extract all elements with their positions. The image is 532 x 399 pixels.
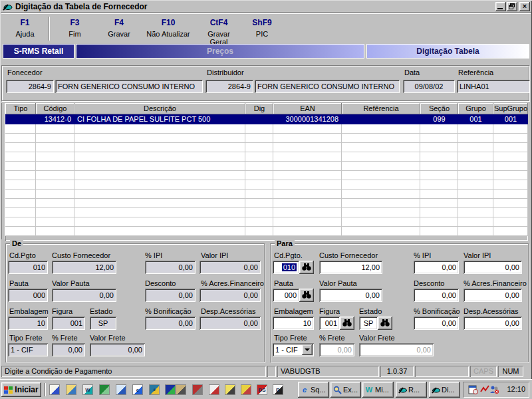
grid-empty-cell xyxy=(493,152,528,162)
mail-sync-icon[interactable] xyxy=(116,384,126,395)
internet-explorer-icon[interactable]: e xyxy=(132,384,143,395)
internet-explorer-icon: e xyxy=(300,385,309,394)
grid-empty-cell xyxy=(342,162,420,171)
close-button[interactable]: × xyxy=(519,2,530,11)
grid-empty-cell xyxy=(458,171,493,180)
grid-empty-row[interactable] xyxy=(5,143,528,152)
para-pauta-field[interactable]: 000 xyxy=(273,289,299,302)
grid-empty-cell xyxy=(36,190,74,199)
status-program: VABUDGTB xyxy=(277,366,379,377)
para-cd-pgto-search-button[interactable] xyxy=(299,261,314,274)
toolbar-item-gravar-geral[interactable]: CtF4 Gravar Geral xyxy=(198,14,239,43)
grid-empty-cell xyxy=(273,134,342,143)
toolbar-item-nao-atualizar[interactable]: F10 Não Atualizar xyxy=(138,14,198,43)
para-pauta-search-button[interactable] xyxy=(299,289,314,302)
restore-button[interactable] xyxy=(507,2,517,11)
rms-icon[interactable]: R xyxy=(273,384,283,395)
grid-empty-row[interactable] xyxy=(5,180,528,190)
de-valor-pauta-label: Valor Pauta xyxy=(52,279,90,288)
media-circle-icon[interactable] xyxy=(209,384,219,395)
desktop-edit-icon[interactable] xyxy=(49,384,60,395)
para-embalagem-field[interactable]: 10 xyxy=(273,317,314,330)
toolbar-item-fim[interactable]: F3 Fim xyxy=(50,14,100,43)
para-figura-field[interactable]: 001 xyxy=(319,317,340,330)
grid-empty-cell xyxy=(74,199,245,208)
grid-empty-rows xyxy=(5,124,528,236)
tray-connection-icon[interactable] xyxy=(480,384,490,394)
task-button-mi[interactable]: W Mi... xyxy=(362,382,394,398)
grid-empty-row[interactable] xyxy=(5,227,528,236)
grid-empty-cell xyxy=(458,162,493,171)
start-button[interactable]: Iniciar xyxy=(1,382,41,397)
toolbar-item-ajuda[interactable]: F1 Ajuda xyxy=(1,14,49,43)
grid-empty-row[interactable] xyxy=(5,162,528,171)
tray-scheduler-icon[interactable] xyxy=(468,384,478,394)
para-bonificacao-field[interactable]: 0,00 xyxy=(414,317,459,330)
toolbar-item-gravar[interactable]: F4 Gravar xyxy=(100,14,138,43)
grid-empty-row[interactable] xyxy=(5,190,528,199)
grid-empty-row[interactable] xyxy=(5,217,528,227)
grid-selected-row[interactable]: 13412-0 CI FOLHA DE PAPEL SULFITE PCT 50… xyxy=(5,114,528,124)
tab-digitacao-tabela[interactable]: Digitação Tabela xyxy=(366,44,529,59)
viewer-search-icon[interactable] xyxy=(66,384,76,395)
para-desp-field[interactable]: 0,00 xyxy=(464,317,522,330)
computer-icon[interactable] xyxy=(176,384,186,395)
grid-empty-row[interactable] xyxy=(5,208,528,217)
green-app-icon[interactable] xyxy=(99,384,110,395)
word-icon[interactable]: W xyxy=(82,384,93,395)
para-desconto-field[interactable]: 0,00 xyxy=(414,289,459,302)
column-header-secao: Seção xyxy=(420,103,458,114)
grid-empty-cell xyxy=(36,171,74,180)
para-acres-field[interactable]: 0,00 xyxy=(464,289,522,302)
taskbar-clock: 12:10 xyxy=(507,385,525,393)
para-estado-field[interactable]: SP xyxy=(359,317,378,330)
grid-empty-row[interactable] xyxy=(5,124,528,134)
grid-empty-cell xyxy=(36,143,74,152)
tab-precos[interactable]: Preços xyxy=(76,44,364,59)
toolbar-item-pic[interactable]: ShF9 PIC xyxy=(239,14,285,43)
dropdown-arrow-icon[interactable] xyxy=(302,344,313,355)
task-button-sq[interactable]: e Sq... xyxy=(298,382,329,398)
minimize-button[interactable] xyxy=(495,2,506,11)
task-button-r[interactable]: R... xyxy=(396,382,427,398)
para-custo-field[interactable]: 12,00 xyxy=(319,261,382,274)
grid-empty-cell xyxy=(245,190,273,199)
para-tipo-frete-dropdown[interactable]: 1 - CIF xyxy=(273,343,314,356)
grid-empty-cell xyxy=(245,199,273,208)
grid-empty-cell xyxy=(273,143,342,152)
notes-pencil-icon[interactable] xyxy=(225,384,235,395)
grid-empty-row[interactable] xyxy=(5,171,528,180)
kds-icon[interactable]: DS xyxy=(257,384,267,395)
task-button-ex[interactable]: Ex... xyxy=(331,382,361,398)
grid-empty-cell xyxy=(342,134,420,143)
distribuidor-code-field: 2864-9 xyxy=(205,80,253,93)
de-ipi-label: % IPI xyxy=(145,251,162,260)
grid-empty-cell xyxy=(74,143,245,152)
grid-empty-cell xyxy=(273,171,342,180)
paint-kite-icon[interactable] xyxy=(241,384,251,395)
grid-empty-row[interactable] xyxy=(5,152,528,162)
para-tipo-frete-label: Tipo Frete xyxy=(274,334,307,342)
grid-empty-cell xyxy=(245,171,273,180)
para-valor-frete-label: Valor Frete xyxy=(359,334,395,342)
plus-tool-icon[interactable]: + xyxy=(149,384,160,395)
grid-empty-cell xyxy=(36,152,74,162)
tray-users-icon[interactable] xyxy=(489,384,499,394)
grid-empty-cell xyxy=(273,152,342,162)
grid-empty-row[interactable] xyxy=(5,134,528,143)
grid-empty-cell xyxy=(420,217,458,227)
para-figura-search-button[interactable] xyxy=(340,317,354,330)
task-button-di[interactable]: Di... xyxy=(429,382,460,398)
para-valor-ipi-field[interactable]: 0,00 xyxy=(464,261,522,274)
tab-s-rms-retail[interactable]: S-RMS Retail xyxy=(3,44,74,59)
para-ipi-field[interactable]: 0,00 xyxy=(414,261,459,274)
grid-empty-cell xyxy=(5,217,36,227)
shapes-grid-icon[interactable] xyxy=(165,384,176,395)
grid-empty-row[interactable] xyxy=(5,199,528,208)
para-estado-search-button[interactable] xyxy=(378,317,392,330)
train-icon[interactable] xyxy=(192,384,203,395)
grid-empty-cell xyxy=(273,162,342,171)
para-cd-pgto-field[interactable]: 010 xyxy=(273,261,299,274)
para-valor-pauta-field[interactable]: 0,00 xyxy=(319,289,382,302)
binoculars-icon xyxy=(342,319,352,327)
